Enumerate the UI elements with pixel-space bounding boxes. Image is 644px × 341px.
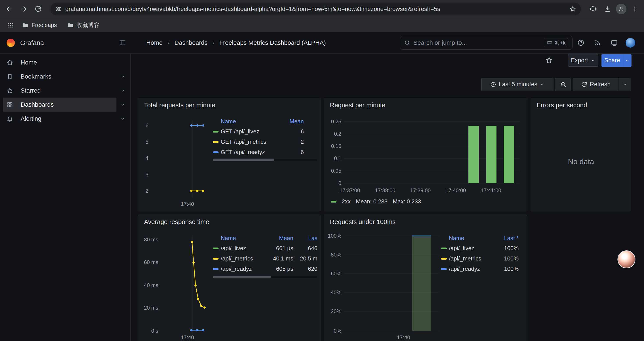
clock-icon	[490, 81, 496, 88]
share-split-button: Share	[602, 54, 632, 67]
side-panel-button[interactable]	[6, 21, 15, 30]
panel-title[interactable]: Request per minute	[330, 102, 385, 109]
chevron-down-icon[interactable]	[120, 116, 126, 121]
search-shortcut: ⌘+k	[554, 40, 566, 46]
apps-grid-icon	[8, 22, 14, 28]
assistant-avatar[interactable]	[618, 250, 636, 268]
breadcrumb-dashboards[interactable]: Dashboards	[174, 39, 208, 46]
bookmark-folder-freeleaps[interactable]: Freeleaps	[18, 20, 60, 31]
browser-profile-avatar[interactable]	[616, 4, 626, 14]
share-menu-button[interactable]	[623, 54, 632, 67]
legend-row[interactable]: /api/_metrics 40.1 ms 20.5 m	[213, 253, 318, 264]
favorite-dashboard-button[interactable]	[544, 55, 554, 66]
time-range-picker[interactable]: Last 5 minutes	[481, 78, 554, 91]
forward-button[interactable]	[18, 3, 30, 15]
sidebar-item-bookmarks[interactable]: Bookmarks	[3, 70, 128, 84]
bookmark-label: 收藏博客	[77, 21, 100, 29]
chart-canvas-request-per-minute	[324, 98, 527, 211]
sidebar-item-alerting[interactable]: Alerting	[3, 112, 128, 126]
chevron-down-icon[interactable]	[120, 88, 126, 93]
sidebar-item-dashboards[interactable]: Dashboards	[3, 98, 128, 112]
news-button[interactable]	[592, 38, 603, 48]
legend-col-last[interactable]: Last *	[499, 235, 518, 242]
legend-scrollbar[interactable]	[213, 276, 318, 278]
legend-row[interactable]: GET /api/_readyz 6	[213, 147, 304, 157]
legend-col-name[interactable]: Name	[221, 118, 278, 125]
search-box[interactable]: ⌘+k	[400, 36, 572, 50]
extensions-icon	[590, 6, 597, 13]
series-color-swatch	[213, 258, 218, 260]
legend-row[interactable]: 2xx Mean: 0.233 Max: 0.233	[331, 198, 421, 205]
refresh-interval-button[interactable]	[618, 78, 631, 91]
legend-row[interactable]: /api/_metrics 100%	[441, 253, 518, 264]
panel-title[interactable]: Errors per second	[536, 102, 587, 109]
legend-row[interactable]: /api/_readyz 100%	[441, 264, 518, 274]
legend-col-name[interactable]: Name	[449, 235, 497, 242]
y-tick: 0.2	[324, 131, 341, 137]
downloads-button[interactable]	[602, 3, 614, 15]
y-tick: 2	[138, 188, 148, 194]
breadcrumb-home[interactable]: Home	[146, 39, 163, 46]
panel-requests-under-100ms[interactable]: Requests under 100ms 100% 80% 60% 40% 20…	[324, 215, 527, 341]
export-button[interactable]: Export	[568, 54, 598, 67]
site-controls-icon[interactable]	[55, 6, 62, 12]
scrollbar-thumb[interactable]	[213, 276, 271, 278]
chevron-down-icon	[591, 58, 596, 63]
dashboard-content: Export Share Last 5 minutes	[131, 54, 644, 341]
bookmark-star-icon[interactable]	[570, 6, 576, 12]
search-input[interactable]	[414, 39, 541, 46]
legend-col-last[interactable]: Las	[296, 235, 318, 242]
legend-row[interactable]: GET /api/_livez 6	[213, 126, 304, 137]
extensions-button[interactable]	[587, 3, 599, 15]
legend-scrollbar[interactable]	[213, 159, 318, 161]
sidebar-item-starred[interactable]: Starred	[3, 84, 128, 98]
help-button[interactable]	[576, 38, 586, 48]
legend-mean-stat: Mean: 0.233	[356, 198, 388, 205]
panel-title[interactable]: Requests under 100ms	[330, 218, 396, 226]
panel-average-response-time[interactable]: Average response time 80 ms 60 ms 40 ms …	[138, 215, 320, 341]
y-tick: 3	[138, 171, 148, 178]
browser-menu-button[interactable]	[629, 3, 641, 15]
legend-col-name[interactable]: Name	[221, 235, 267, 242]
display-button[interactable]	[609, 38, 620, 48]
panel-title[interactable]: Total requests per minute	[144, 102, 216, 109]
y-tick: 0 s	[138, 327, 158, 334]
legend-col-mean[interactable]: Mean	[269, 235, 293, 242]
legend-row[interactable]: /api/_livez 100%	[441, 243, 518, 253]
zoom-out-time-button[interactable]	[555, 78, 571, 91]
panel-errors-per-second[interactable]: Errors per second No data	[531, 98, 631, 211]
monitor-icon	[611, 39, 618, 46]
scrollbar-thumb[interactable]	[213, 159, 274, 161]
reload-button[interactable]	[32, 3, 44, 15]
y-tick: 0.25	[324, 118, 341, 125]
series-color-swatch	[441, 247, 447, 249]
legend-mean-value: 6	[280, 128, 304, 135]
downloads-icon	[604, 6, 611, 13]
panel-total-requests[interactable]: Total requests per minute 6 5 4 3 2 17:4…	[138, 98, 320, 211]
browser-toolbar: grafana.mathmast.com/d/deytv4rwavabkb/fr…	[0, 0, 644, 18]
back-button[interactable]	[3, 3, 15, 15]
legend-series-name: /api/_readyz	[221, 265, 267, 272]
user-avatar[interactable]	[626, 38, 635, 48]
brand-name: Grafana	[20, 39, 44, 47]
chevron-down-icon[interactable]	[120, 74, 126, 79]
legend-table: Name Last * /api/_livez 100% /api/_metri…	[441, 233, 518, 274]
y-tick: 20%	[324, 308, 341, 315]
address-bar[interactable]: grafana.mathmast.com/d/deytv4rwavabkb/fr…	[50, 3, 581, 15]
legend-row[interactable]: /api/_readyz 605 µs 620	[213, 264, 318, 274]
legend-col-mean[interactable]: Mean	[280, 118, 304, 125]
refresh-button[interactable]: Refresh	[573, 78, 618, 91]
sidebar-item-home[interactable]: Home	[3, 56, 128, 70]
bookmark-folder-blogs[interactable]: 收藏博客	[64, 20, 103, 31]
dock-menu-button[interactable]	[119, 40, 126, 46]
legend-row[interactable]: /api/_livez 661 µs 646	[213, 243, 318, 253]
grafana-logo[interactable]	[6, 39, 15, 47]
chevron-down-icon[interactable]	[120, 102, 126, 107]
series-color-swatch	[331, 201, 336, 203]
share-button[interactable]: Share	[602, 54, 623, 67]
panel-title[interactable]: Average response time	[144, 218, 209, 226]
panel-request-per-minute[interactable]: Request per minute 0.25 0.2 0.15 0.1 0.0…	[324, 98, 527, 211]
legend-table: Name Mean Las /api/_livez 661 µs 646 /ap…	[213, 233, 318, 274]
legend-row[interactable]: GET /api/_metrics 2	[213, 137, 304, 147]
zoom-out-icon	[560, 81, 566, 88]
